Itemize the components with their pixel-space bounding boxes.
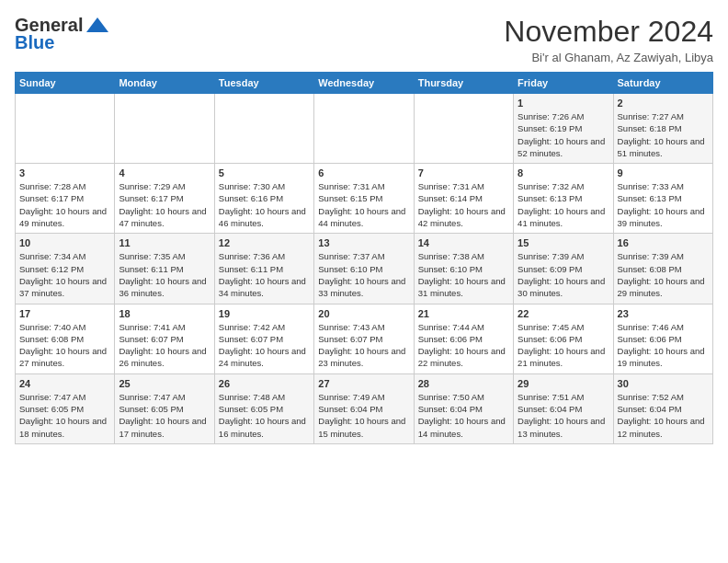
day-cell: 21Sunrise: 7:44 AMSunset: 6:06 PMDayligh… xyxy=(414,304,513,373)
day-cell: 23Sunrise: 7:46 AMSunset: 6:06 PMDayligh… xyxy=(613,304,712,373)
month-title: November 2024 xyxy=(504,15,713,49)
day-cell: 20Sunrise: 7:43 AMSunset: 6:07 PMDayligh… xyxy=(314,304,414,373)
day-info: Sunrise: 7:32 AMSunset: 6:13 PMDaylight:… xyxy=(518,180,609,229)
day-info: Sunrise: 7:36 AMSunset: 6:11 PMDaylight:… xyxy=(219,250,310,299)
day-cell xyxy=(16,94,115,164)
day-cell: 9Sunrise: 7:33 AMSunset: 6:13 PMDaylight… xyxy=(613,164,712,234)
day-cell xyxy=(314,94,414,164)
day-info: Sunrise: 7:35 AMSunset: 6:11 PMDaylight:… xyxy=(119,250,210,299)
day-number: 2 xyxy=(618,98,709,109)
day-info: Sunrise: 7:29 AMSunset: 6:17 PMDaylight:… xyxy=(119,180,210,229)
day-cell: 25Sunrise: 7:47 AMSunset: 6:05 PMDayligh… xyxy=(115,373,214,443)
day-info: Sunrise: 7:40 AMSunset: 6:08 PMDaylight:… xyxy=(19,321,110,370)
day-cell: 14Sunrise: 7:38 AMSunset: 6:10 PMDayligh… xyxy=(414,234,513,304)
header-row: SundayMondayTuesdayWednesdayThursdayFrid… xyxy=(16,73,713,94)
day-header-monday: Monday xyxy=(115,73,214,94)
title-section: November 2024 Bi'r al Ghanam, Az Zawiyah… xyxy=(504,15,713,64)
day-cell: 30Sunrise: 7:52 AMSunset: 6:04 PMDayligh… xyxy=(613,373,712,443)
day-cell: 8Sunrise: 7:32 AMSunset: 6:13 PMDaylight… xyxy=(514,164,613,234)
day-info: Sunrise: 7:52 AMSunset: 6:04 PMDaylight:… xyxy=(618,391,709,440)
day-cell: 24Sunrise: 7:47 AMSunset: 6:05 PMDayligh… xyxy=(16,373,115,443)
week-row-3: 10Sunrise: 7:34 AMSunset: 6:12 PMDayligh… xyxy=(16,234,713,304)
day-info: Sunrise: 7:30 AMSunset: 6:16 PMDaylight:… xyxy=(219,180,310,229)
day-number: 5 xyxy=(219,167,310,178)
day-number: 18 xyxy=(119,308,210,319)
day-number: 28 xyxy=(418,378,509,389)
week-row-4: 17Sunrise: 7:40 AMSunset: 6:08 PMDayligh… xyxy=(16,304,713,373)
day-info: Sunrise: 7:31 AMSunset: 6:15 PMDaylight:… xyxy=(318,180,409,229)
day-cell: 12Sunrise: 7:36 AMSunset: 6:11 PMDayligh… xyxy=(214,234,313,304)
day-cell: 16Sunrise: 7:39 AMSunset: 6:08 PMDayligh… xyxy=(613,234,712,304)
day-info: Sunrise: 7:33 AMSunset: 6:13 PMDaylight:… xyxy=(618,180,709,229)
day-number: 14 xyxy=(418,237,509,248)
day-cell: 18Sunrise: 7:41 AMSunset: 6:07 PMDayligh… xyxy=(115,304,214,373)
day-number: 23 xyxy=(618,308,709,319)
day-info: Sunrise: 7:45 AMSunset: 6:06 PMDaylight:… xyxy=(518,321,609,370)
day-cell: 17Sunrise: 7:40 AMSunset: 6:08 PMDayligh… xyxy=(16,304,115,373)
day-info: Sunrise: 7:34 AMSunset: 6:12 PMDaylight:… xyxy=(19,250,110,299)
day-info: Sunrise: 7:47 AMSunset: 6:05 PMDaylight:… xyxy=(19,391,110,440)
day-number: 6 xyxy=(318,167,409,178)
week-row-1: 1Sunrise: 7:26 AMSunset: 6:19 PMDaylight… xyxy=(16,94,713,164)
day-cell: 28Sunrise: 7:50 AMSunset: 6:04 PMDayligh… xyxy=(414,373,513,443)
day-info: Sunrise: 7:48 AMSunset: 6:05 PMDaylight:… xyxy=(219,391,310,440)
day-info: Sunrise: 7:51 AMSunset: 6:04 PMDaylight:… xyxy=(518,391,609,440)
day-number: 17 xyxy=(19,308,110,319)
day-cell: 1Sunrise: 7:26 AMSunset: 6:19 PMDaylight… xyxy=(514,94,613,164)
day-number: 10 xyxy=(19,237,110,248)
day-cell: 10Sunrise: 7:34 AMSunset: 6:12 PMDayligh… xyxy=(16,234,115,304)
day-number: 1 xyxy=(518,98,609,109)
day-cell: 29Sunrise: 7:51 AMSunset: 6:04 PMDayligh… xyxy=(514,373,613,443)
day-info: Sunrise: 7:31 AMSunset: 6:14 PMDaylight:… xyxy=(418,180,509,229)
day-number: 9 xyxy=(618,167,709,178)
day-cell: 7Sunrise: 7:31 AMSunset: 6:14 PMDaylight… xyxy=(414,164,513,234)
day-info: Sunrise: 7:43 AMSunset: 6:07 PMDaylight:… xyxy=(318,321,409,370)
day-number: 24 xyxy=(19,378,110,389)
day-header-friday: Friday xyxy=(514,73,613,94)
day-cell: 2Sunrise: 7:27 AMSunset: 6:18 PMDaylight… xyxy=(613,94,712,164)
day-cell xyxy=(414,94,513,164)
day-number: 21 xyxy=(418,308,509,319)
day-cell: 27Sunrise: 7:49 AMSunset: 6:04 PMDayligh… xyxy=(314,373,414,443)
day-header-sunday: Sunday xyxy=(16,73,115,94)
day-info: Sunrise: 7:39 AMSunset: 6:08 PMDaylight:… xyxy=(618,250,709,299)
logo-icon xyxy=(85,16,110,36)
day-info: Sunrise: 7:37 AMSunset: 6:10 PMDaylight:… xyxy=(318,250,409,299)
week-row-2: 3Sunrise: 7:28 AMSunset: 6:17 PMDaylight… xyxy=(16,164,713,234)
day-cell: 22Sunrise: 7:45 AMSunset: 6:06 PMDayligh… xyxy=(514,304,613,373)
week-row-5: 24Sunrise: 7:47 AMSunset: 6:05 PMDayligh… xyxy=(16,373,713,443)
day-cell xyxy=(115,94,214,164)
day-info: Sunrise: 7:38 AMSunset: 6:10 PMDaylight:… xyxy=(418,250,509,299)
day-header-wednesday: Wednesday xyxy=(314,73,414,94)
day-number: 20 xyxy=(318,308,409,319)
day-number: 8 xyxy=(518,167,609,178)
day-cell: 13Sunrise: 7:37 AMSunset: 6:10 PMDayligh… xyxy=(314,234,414,304)
page-header: General Blue November 2024 Bi'r al Ghana… xyxy=(15,15,713,64)
day-info: Sunrise: 7:49 AMSunset: 6:04 PMDaylight:… xyxy=(318,391,409,440)
day-number: 19 xyxy=(219,308,310,319)
day-cell: 15Sunrise: 7:39 AMSunset: 6:09 PMDayligh… xyxy=(514,234,613,304)
day-number: 30 xyxy=(618,378,709,389)
day-number: 22 xyxy=(518,308,609,319)
day-number: 11 xyxy=(119,237,210,248)
day-number: 15 xyxy=(518,237,609,248)
calendar-table: SundayMondayTuesdayWednesdayThursdayFrid… xyxy=(15,72,713,444)
day-cell: 19Sunrise: 7:42 AMSunset: 6:07 PMDayligh… xyxy=(214,304,313,373)
day-number: 4 xyxy=(119,167,210,178)
day-info: Sunrise: 7:39 AMSunset: 6:09 PMDaylight:… xyxy=(518,250,609,299)
day-info: Sunrise: 7:50 AMSunset: 6:04 PMDaylight:… xyxy=(418,391,509,440)
day-number: 3 xyxy=(19,167,110,178)
day-number: 26 xyxy=(219,378,310,389)
day-cell: 3Sunrise: 7:28 AMSunset: 6:17 PMDaylight… xyxy=(16,164,115,234)
day-header-thursday: Thursday xyxy=(414,73,513,94)
day-cell: 4Sunrise: 7:29 AMSunset: 6:17 PMDaylight… xyxy=(115,164,214,234)
day-number: 29 xyxy=(518,378,609,389)
day-header-saturday: Saturday xyxy=(613,73,712,94)
day-info: Sunrise: 7:28 AMSunset: 6:17 PMDaylight:… xyxy=(19,180,110,229)
day-info: Sunrise: 7:47 AMSunset: 6:05 PMDaylight:… xyxy=(119,391,210,440)
day-info: Sunrise: 7:44 AMSunset: 6:06 PMDaylight:… xyxy=(418,321,509,370)
day-info: Sunrise: 7:46 AMSunset: 6:06 PMDaylight:… xyxy=(618,321,709,370)
day-number: 7 xyxy=(418,167,509,178)
day-info: Sunrise: 7:42 AMSunset: 6:07 PMDaylight:… xyxy=(219,321,310,370)
day-info: Sunrise: 7:27 AMSunset: 6:18 PMDaylight:… xyxy=(618,110,709,159)
